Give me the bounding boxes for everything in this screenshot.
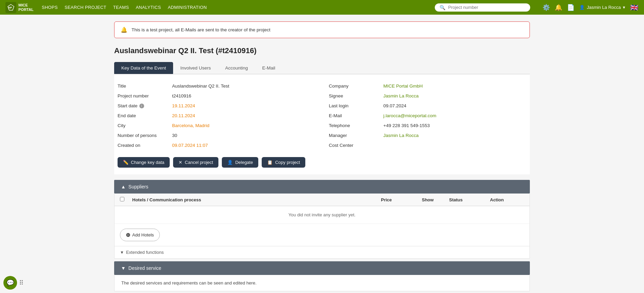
add-icon: ⊕ bbox=[126, 232, 130, 238]
label-title: Title bbox=[118, 83, 172, 89]
search-icon: 🔍 bbox=[440, 5, 445, 10]
value-created-on: 09.07.2024 11:07 bbox=[172, 143, 315, 148]
tab-key-data[interactable]: Key Data of the Event bbox=[114, 62, 173, 74]
nav-link-search-project[interactable]: SEARCH PROJECT bbox=[64, 5, 106, 10]
delegate-icon: 👤 bbox=[227, 160, 233, 165]
notifications-icon[interactable]: 🔔 bbox=[555, 4, 562, 11]
change-key-data-label: Change key data bbox=[131, 160, 164, 165]
page-title: Auslandswebinar Q2 II. Test (#t2410916) bbox=[114, 46, 530, 55]
label-created-on: Created on bbox=[118, 143, 172, 148]
table-header: Hotels / Communication process Price Sho… bbox=[114, 194, 530, 206]
extended-functions[interactable]: ▼ Extended functions bbox=[114, 246, 530, 259]
chevron-down-icon: ▼ bbox=[120, 250, 124, 255]
bottom-corner: 💬 ⠿ bbox=[3, 276, 24, 290]
documents-icon[interactable]: 📄 bbox=[567, 4, 574, 11]
nav-link-administration[interactable]: ADMINISTRATION bbox=[168, 5, 206, 10]
value-email[interactable]: j.larocca@miceportal.com bbox=[383, 113, 526, 118]
tab-accounting[interactable]: Accounting bbox=[218, 62, 255, 74]
field-start-date: Start date i 19.11.2024 bbox=[118, 101, 315, 111]
hotels-col-header: Hotels / Communication process bbox=[132, 197, 381, 202]
field-cost-center: Cost Center bbox=[329, 140, 526, 150]
desired-service-description: The desired services and requirements ca… bbox=[121, 280, 257, 286]
suppliers-title: Suppliers bbox=[128, 184, 148, 189]
checkbox-all-col bbox=[120, 197, 132, 202]
tab-email[interactable]: E-Mail bbox=[255, 62, 282, 74]
cancel-icon: ✕ bbox=[179, 160, 182, 165]
value-start-date: 19.11.2024 bbox=[172, 103, 315, 108]
right-column: Company MICE Portal GmbH Signee Jasmin L… bbox=[329, 81, 526, 150]
navbar: MP MICE PORTAL SHOPS SEARCH PROJECT TEAM… bbox=[0, 0, 644, 15]
cancel-project-label: Cancel project bbox=[185, 160, 213, 165]
logo[interactable]: MP MICE PORTAL bbox=[5, 2, 33, 13]
label-company: Company bbox=[329, 83, 383, 89]
suppliers-table: Hotels / Communication process Price Sho… bbox=[114, 194, 530, 246]
add-hotels-label: Add Hotels bbox=[132, 232, 154, 237]
select-all-checkbox[interactable] bbox=[120, 197, 124, 201]
nav-links: SHOPS SEARCH PROJECT TEAMS ANALYTICS ADM… bbox=[42, 5, 427, 10]
field-email: E-Mail j.larocca@miceportal.com bbox=[329, 111, 526, 121]
field-end-date: End date 20.11.2024 bbox=[118, 111, 315, 121]
logo-icon: MP bbox=[5, 2, 16, 13]
desired-service-content: The desired services and requirements ca… bbox=[114, 275, 530, 291]
alert-bell-icon: 🔔 bbox=[121, 27, 127, 33]
left-column: Title Auslandswebinar Q2 II. Test Projec… bbox=[118, 81, 315, 150]
value-manager[interactable]: Jasmin La Rocca bbox=[383, 133, 526, 138]
start-date-info-icon[interactable]: i bbox=[139, 104, 144, 108]
suppliers-section-header[interactable]: ▲ Suppliers bbox=[114, 180, 530, 194]
desired-service-title: Desired service bbox=[128, 265, 161, 271]
label-manager: Manager bbox=[329, 133, 383, 138]
delegate-button[interactable]: 👤 Delegate bbox=[222, 157, 258, 168]
label-last-login: Last login bbox=[329, 103, 383, 108]
label-persons: Number of persons bbox=[118, 133, 172, 138]
language-flag[interactable]: 🇬🇧 bbox=[630, 3, 639, 12]
add-hotels-button[interactable]: ⊕ Add Hotels bbox=[120, 229, 160, 241]
field-city: City Barcelona, Madrid bbox=[118, 121, 315, 130]
search-box[interactable]: 🔍 bbox=[435, 3, 530, 12]
field-created-on: Created on 09.07.2024 11:07 bbox=[118, 140, 315, 150]
label-signee: Signee bbox=[329, 93, 383, 98]
copy-project-button[interactable]: 📋 Copy project bbox=[262, 157, 305, 168]
price-col-header: Price bbox=[381, 197, 422, 202]
value-telephone: +49 228 391 549-1553 bbox=[383, 123, 526, 128]
key-data-section: Title Auslandswebinar Q2 II. Test Projec… bbox=[114, 74, 530, 174]
label-email: E-Mail bbox=[329, 113, 383, 118]
field-signee: Signee Jasmin La Rocca bbox=[329, 91, 526, 101]
settings-icon[interactable]: ⚙️ bbox=[542, 4, 550, 11]
value-end-date: 20.11.2024 bbox=[172, 113, 315, 118]
change-key-data-button[interactable]: ✏️ Change key data bbox=[118, 157, 170, 168]
chevron-down-icon2: ▼ bbox=[121, 265, 126, 271]
user-avatar-icon: 👤 bbox=[579, 5, 585, 10]
nav-link-teams[interactable]: TEAMS bbox=[113, 5, 129, 10]
alert-message: This is a test project, all E-Mails are … bbox=[132, 27, 270, 32]
edit-icon: ✏️ bbox=[123, 160, 128, 165]
cancel-project-button[interactable]: ✕ Cancel project bbox=[173, 157, 218, 168]
alert-banner: 🔔 This is a test project, all E-Mails ar… bbox=[114, 21, 530, 38]
label-cost-center: Cost Center bbox=[329, 143, 383, 148]
value-company[interactable]: MICE Portal GmbH bbox=[383, 83, 526, 89]
value-project-number: t2410916 bbox=[172, 93, 315, 98]
value-last-login: 09.07.2024 bbox=[383, 103, 526, 108]
copy-project-label: Copy project bbox=[275, 160, 300, 165]
nav-right: ⚙️ 🔔 📄 👤 Jasmin La Rocca ▾ 🇬🇧 bbox=[542, 3, 639, 12]
value-city: Barcelona, Madrid bbox=[172, 123, 315, 128]
user-menu[interactable]: 👤 Jasmin La Rocca ▾ bbox=[579, 5, 625, 10]
field-project-number: Project number t2410916 bbox=[118, 91, 315, 101]
chevron-up-icon: ▲ bbox=[121, 184, 126, 189]
search-input[interactable] bbox=[448, 5, 525, 10]
label-city: City bbox=[118, 123, 172, 128]
delegate-label: Delegate bbox=[235, 160, 253, 165]
data-grid: Title Auslandswebinar Q2 II. Test Projec… bbox=[114, 81, 530, 150]
empty-suppliers-message: You did not invite any supplier yet. bbox=[114, 206, 530, 224]
status-col-header: Status bbox=[449, 197, 490, 202]
dots-menu-icon[interactable]: ⠿ bbox=[19, 279, 24, 287]
action-buttons: ✏️ Change key data ✕ Cancel project 👤 De… bbox=[118, 157, 526, 168]
tab-involved-users[interactable]: Involved Users bbox=[173, 62, 218, 74]
field-company: Company MICE Portal GmbH bbox=[329, 81, 526, 91]
nav-link-analytics[interactable]: ANALYTICS bbox=[136, 5, 161, 10]
desired-service-section-header[interactable]: ▼ Desired service bbox=[114, 261, 530, 275]
nav-link-shops[interactable]: SHOPS bbox=[42, 5, 58, 10]
chat-bubble-button[interactable]: 💬 bbox=[3, 276, 17, 290]
main-content: 🔔 This is a test project, all E-Mails ar… bbox=[101, 15, 543, 293]
user-dropdown-icon: ▾ bbox=[623, 5, 625, 10]
value-signee[interactable]: Jasmin La Rocca bbox=[383, 93, 526, 98]
